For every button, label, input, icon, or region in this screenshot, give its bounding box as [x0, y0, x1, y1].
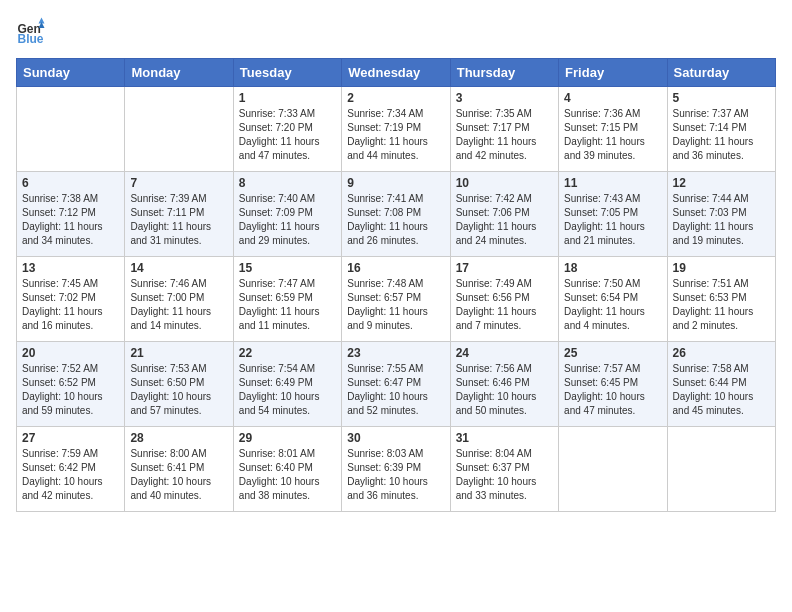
col-header-saturday: Saturday [667, 59, 775, 87]
calendar-cell: 9Sunrise: 7:41 AMSunset: 7:08 PMDaylight… [342, 172, 450, 257]
calendar-cell: 23Sunrise: 7:55 AMSunset: 6:47 PMDayligh… [342, 342, 450, 427]
day-info: Sunrise: 8:01 AMSunset: 6:40 PMDaylight:… [239, 447, 336, 503]
day-info: Sunrise: 7:47 AMSunset: 6:59 PMDaylight:… [239, 277, 336, 333]
day-info: Sunrise: 8:00 AMSunset: 6:41 PMDaylight:… [130, 447, 227, 503]
calendar-cell: 7Sunrise: 7:39 AMSunset: 7:11 PMDaylight… [125, 172, 233, 257]
calendar-cell: 15Sunrise: 7:47 AMSunset: 6:59 PMDayligh… [233, 257, 341, 342]
col-header-monday: Monday [125, 59, 233, 87]
day-number: 24 [456, 346, 553, 360]
col-header-tuesday: Tuesday [233, 59, 341, 87]
col-header-thursday: Thursday [450, 59, 558, 87]
calendar-cell: 22Sunrise: 7:54 AMSunset: 6:49 PMDayligh… [233, 342, 341, 427]
day-number: 6 [22, 176, 119, 190]
day-info: Sunrise: 7:59 AMSunset: 6:42 PMDaylight:… [22, 447, 119, 503]
calendar-cell: 13Sunrise: 7:45 AMSunset: 7:02 PMDayligh… [17, 257, 125, 342]
day-number: 23 [347, 346, 444, 360]
day-number: 30 [347, 431, 444, 445]
day-info: Sunrise: 7:44 AMSunset: 7:03 PMDaylight:… [673, 192, 770, 248]
day-number: 31 [456, 431, 553, 445]
day-number: 1 [239, 91, 336, 105]
day-info: Sunrise: 7:45 AMSunset: 7:02 PMDaylight:… [22, 277, 119, 333]
calendar-cell [125, 87, 233, 172]
day-number: 22 [239, 346, 336, 360]
day-number: 13 [22, 261, 119, 275]
day-number: 2 [347, 91, 444, 105]
calendar-cell: 16Sunrise: 7:48 AMSunset: 6:57 PMDayligh… [342, 257, 450, 342]
day-info: Sunrise: 7:43 AMSunset: 7:05 PMDaylight:… [564, 192, 661, 248]
day-info: Sunrise: 7:50 AMSunset: 6:54 PMDaylight:… [564, 277, 661, 333]
day-info: Sunrise: 7:39 AMSunset: 7:11 PMDaylight:… [130, 192, 227, 248]
day-info: Sunrise: 7:51 AMSunset: 6:53 PMDaylight:… [673, 277, 770, 333]
calendar-table: SundayMondayTuesdayWednesdayThursdayFrid… [16, 58, 776, 512]
day-number: 5 [673, 91, 770, 105]
calendar-cell: 11Sunrise: 7:43 AMSunset: 7:05 PMDayligh… [559, 172, 667, 257]
calendar-cell [17, 87, 125, 172]
day-number: 8 [239, 176, 336, 190]
calendar-week-2: 6Sunrise: 7:38 AMSunset: 7:12 PMDaylight… [17, 172, 776, 257]
calendar-cell: 19Sunrise: 7:51 AMSunset: 6:53 PMDayligh… [667, 257, 775, 342]
day-number: 18 [564, 261, 661, 275]
day-number: 25 [564, 346, 661, 360]
calendar-cell: 3Sunrise: 7:35 AMSunset: 7:17 PMDaylight… [450, 87, 558, 172]
calendar-cell: 17Sunrise: 7:49 AMSunset: 6:56 PMDayligh… [450, 257, 558, 342]
day-info: Sunrise: 7:57 AMSunset: 6:45 PMDaylight:… [564, 362, 661, 418]
day-number: 7 [130, 176, 227, 190]
day-number: 14 [130, 261, 227, 275]
calendar-cell: 25Sunrise: 7:57 AMSunset: 6:45 PMDayligh… [559, 342, 667, 427]
day-number: 20 [22, 346, 119, 360]
day-info: Sunrise: 8:04 AMSunset: 6:37 PMDaylight:… [456, 447, 553, 503]
day-info: Sunrise: 7:34 AMSunset: 7:19 PMDaylight:… [347, 107, 444, 163]
page-header: Gen Blue [16, 16, 776, 46]
col-header-friday: Friday [559, 59, 667, 87]
calendar-cell: 28Sunrise: 8:00 AMSunset: 6:41 PMDayligh… [125, 427, 233, 512]
calendar-cell: 26Sunrise: 7:58 AMSunset: 6:44 PMDayligh… [667, 342, 775, 427]
calendar-cell: 30Sunrise: 8:03 AMSunset: 6:39 PMDayligh… [342, 427, 450, 512]
day-info: Sunrise: 7:53 AMSunset: 6:50 PMDaylight:… [130, 362, 227, 418]
col-header-wednesday: Wednesday [342, 59, 450, 87]
day-info: Sunrise: 7:41 AMSunset: 7:08 PMDaylight:… [347, 192, 444, 248]
day-info: Sunrise: 7:52 AMSunset: 6:52 PMDaylight:… [22, 362, 119, 418]
calendar-cell: 20Sunrise: 7:52 AMSunset: 6:52 PMDayligh… [17, 342, 125, 427]
calendar-week-4: 20Sunrise: 7:52 AMSunset: 6:52 PMDayligh… [17, 342, 776, 427]
day-info: Sunrise: 7:33 AMSunset: 7:20 PMDaylight:… [239, 107, 336, 163]
day-info: Sunrise: 7:54 AMSunset: 6:49 PMDaylight:… [239, 362, 336, 418]
calendar-week-3: 13Sunrise: 7:45 AMSunset: 7:02 PMDayligh… [17, 257, 776, 342]
calendar-cell: 5Sunrise: 7:37 AMSunset: 7:14 PMDaylight… [667, 87, 775, 172]
day-info: Sunrise: 7:46 AMSunset: 7:00 PMDaylight:… [130, 277, 227, 333]
svg-text:Blue: Blue [18, 32, 44, 46]
calendar-cell: 2Sunrise: 7:34 AMSunset: 7:19 PMDaylight… [342, 87, 450, 172]
calendar-cell: 12Sunrise: 7:44 AMSunset: 7:03 PMDayligh… [667, 172, 775, 257]
calendar-cell: 18Sunrise: 7:50 AMSunset: 6:54 PMDayligh… [559, 257, 667, 342]
calendar-cell: 31Sunrise: 8:04 AMSunset: 6:37 PMDayligh… [450, 427, 558, 512]
day-number: 4 [564, 91, 661, 105]
day-number: 29 [239, 431, 336, 445]
calendar-cell [667, 427, 775, 512]
day-number: 28 [130, 431, 227, 445]
day-info: Sunrise: 7:56 AMSunset: 6:46 PMDaylight:… [456, 362, 553, 418]
day-number: 15 [239, 261, 336, 275]
calendar-cell: 8Sunrise: 7:40 AMSunset: 7:09 PMDaylight… [233, 172, 341, 257]
calendar-cell: 4Sunrise: 7:36 AMSunset: 7:15 PMDaylight… [559, 87, 667, 172]
calendar-header-row: SundayMondayTuesdayWednesdayThursdayFrid… [17, 59, 776, 87]
day-info: Sunrise: 7:58 AMSunset: 6:44 PMDaylight:… [673, 362, 770, 418]
day-info: Sunrise: 7:37 AMSunset: 7:14 PMDaylight:… [673, 107, 770, 163]
day-info: Sunrise: 7:40 AMSunset: 7:09 PMDaylight:… [239, 192, 336, 248]
calendar-cell: 29Sunrise: 8:01 AMSunset: 6:40 PMDayligh… [233, 427, 341, 512]
calendar-week-5: 27Sunrise: 7:59 AMSunset: 6:42 PMDayligh… [17, 427, 776, 512]
col-header-sunday: Sunday [17, 59, 125, 87]
calendar-week-1: 1Sunrise: 7:33 AMSunset: 7:20 PMDaylight… [17, 87, 776, 172]
day-number: 3 [456, 91, 553, 105]
day-info: Sunrise: 7:42 AMSunset: 7:06 PMDaylight:… [456, 192, 553, 248]
day-info: Sunrise: 7:36 AMSunset: 7:15 PMDaylight:… [564, 107, 661, 163]
day-info: Sunrise: 8:03 AMSunset: 6:39 PMDaylight:… [347, 447, 444, 503]
calendar-cell: 14Sunrise: 7:46 AMSunset: 7:00 PMDayligh… [125, 257, 233, 342]
day-info: Sunrise: 7:55 AMSunset: 6:47 PMDaylight:… [347, 362, 444, 418]
day-number: 27 [22, 431, 119, 445]
calendar-cell: 21Sunrise: 7:53 AMSunset: 6:50 PMDayligh… [125, 342, 233, 427]
day-number: 19 [673, 261, 770, 275]
day-number: 17 [456, 261, 553, 275]
day-info: Sunrise: 7:49 AMSunset: 6:56 PMDaylight:… [456, 277, 553, 333]
calendar-cell: 24Sunrise: 7:56 AMSunset: 6:46 PMDayligh… [450, 342, 558, 427]
day-number: 12 [673, 176, 770, 190]
day-number: 21 [130, 346, 227, 360]
